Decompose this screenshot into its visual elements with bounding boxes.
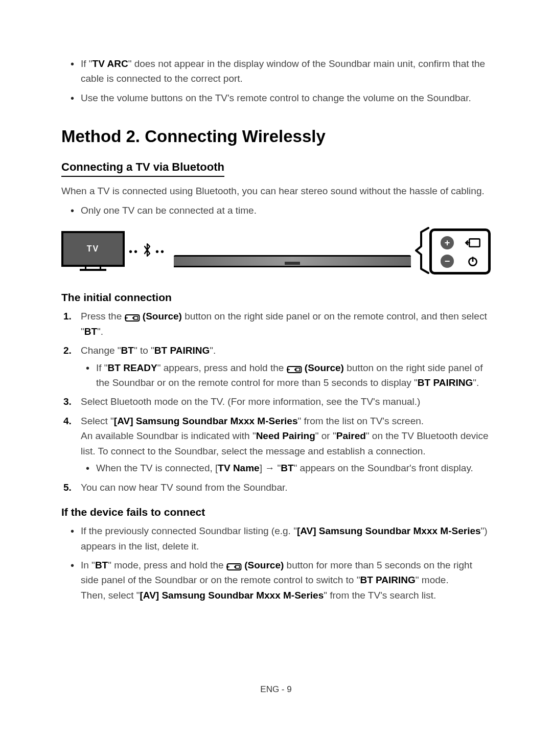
text: Change " <box>81 345 121 356</box>
step-2-sublist: If "BT READY" appears, press and hold th… <box>81 360 491 391</box>
text: If " <box>81 58 93 69</box>
text: " does not appear in the display window … <box>81 58 485 84</box>
text: Select " <box>81 416 114 426</box>
bold-text: Need Pairing <box>256 430 315 441</box>
bold-text: BT PAIRING <box>154 345 210 356</box>
text: You can now hear TV sound from the Sound… <box>81 482 288 493</box>
soundbar-body <box>174 255 411 267</box>
volume-down-button-icon: − <box>438 254 456 269</box>
text: " from the TV's search list. <box>324 590 436 601</box>
volume-up-button-icon: + <box>438 235 456 250</box>
step-4-sublist: When the TV is connected, [TV Name] → "B… <box>81 461 491 475</box>
heading-method-2: Method 2. Connecting Wirelessly <box>61 127 491 146</box>
page-content: If "TV ARC" does not appear in the displ… <box>0 0 552 725</box>
page-number: ENG - 9 <box>61 684 491 695</box>
text: An available Soundbar is indicated with … <box>81 430 256 441</box>
text: " mode. <box>416 575 449 585</box>
steps-list: Press the (Source) button on the right s… <box>61 309 491 495</box>
bold-text: [AV] Samsung Soundbar Mxxx M-Series <box>114 416 298 426</box>
bluetooth-indicator: •• •• <box>129 243 166 261</box>
text: " appears, press and hold the <box>157 362 287 373</box>
soundbar-illustration <box>174 255 411 268</box>
heading-connecting-bt: Connecting a TV via Bluetooth <box>61 161 224 177</box>
text: button on the right side panel or on the… <box>81 311 487 336</box>
intro-note-item: Only one TV can be connected at a time. <box>81 203 491 218</box>
pre-note-item: If "TV ARC" does not appear in the displ… <box>81 56 491 86</box>
bold-text: Paired <box>336 430 366 441</box>
bold-text: TV ARC <box>93 58 128 69</box>
dots: •• <box>155 246 166 258</box>
heading-fails-to-connect: If the device fails to connect <box>61 506 491 518</box>
step-1: Press the (Source) button on the right s… <box>73 309 491 339</box>
intro-notes-list: Only one TV can be connected at a time. <box>61 203 491 218</box>
text: Select Bluetooth mode on the TV. (For mo… <box>81 396 420 407</box>
bold-text: (Source) <box>143 311 182 322</box>
bold-text: BT PAIRING <box>418 377 473 388</box>
bold-text: [AV] Samsung Soundbar Mxxx M-Series <box>297 525 481 536</box>
source-icon <box>125 312 140 321</box>
bold-text: BT <box>84 326 97 337</box>
bold-text: BT <box>95 560 108 570</box>
text: If " <box>96 362 108 373</box>
step-5: You can now hear TV sound from the Sound… <box>73 480 491 495</box>
step-2: Change "BT" to "BT PAIRING". If "BT READ… <box>73 343 491 390</box>
bold-text: BT <box>121 345 134 356</box>
tv-illustration: TV <box>61 231 125 272</box>
connection-diagram: TV •• •• + − <box>61 227 491 276</box>
text: ". <box>210 345 216 356</box>
text: " appears on the Soundbar's front displa… <box>294 463 473 473</box>
bracket-icon <box>415 227 429 276</box>
text: In " <box>81 560 95 570</box>
tv-label: TV <box>87 244 99 254</box>
fail-item-2: In "BT" mode, press and hold the (Source… <box>81 558 491 603</box>
text: Press the <box>81 311 125 322</box>
step-3: Select Bluetooth mode on the TV. (For mo… <box>73 394 491 409</box>
heading-initial-connection: The initial connection <box>61 291 491 304</box>
bold-text: TV Name <box>218 463 259 473</box>
pre-note-item: Use the volume buttons on the TV's remot… <box>81 90 491 105</box>
tv-screen: TV <box>61 231 125 267</box>
text: " to " <box>134 345 154 356</box>
text: " from the list on TV's screen. <box>298 416 424 426</box>
source-icon <box>287 363 302 373</box>
bold-text: [AV] Samsung Soundbar Mxxx M-Series <box>140 590 324 601</box>
text: When the TV is connected, [ <box>96 463 218 473</box>
power-button-icon <box>464 254 482 269</box>
text: If the previously connected Soundbar lis… <box>81 525 297 536</box>
pre-notes-list: If "TV ARC" does not appear in the displ… <box>61 56 491 105</box>
remote-buttons-illustration: + − <box>429 228 491 274</box>
source-button-icon <box>464 236 481 249</box>
dots: •• <box>129 246 139 258</box>
bold-text: BT <box>281 463 293 473</box>
bluetooth-icon <box>143 243 152 261</box>
tv-stand <box>80 268 106 271</box>
text: " mode, press and hold the <box>108 560 226 570</box>
step-2-subitem: If "BT READY" appears, press and hold th… <box>96 360 491 391</box>
text: ". <box>97 326 103 337</box>
step-4-subitem: When the TV is connected, [TV Name] → "B… <box>96 461 491 475</box>
bold-text: BT PAIRING <box>360 575 415 585</box>
text: ". <box>473 377 479 388</box>
text: Use the volume buttons on the TV's remot… <box>81 93 471 103</box>
text: " or " <box>315 430 336 441</box>
fail-item-1: If the previously connected Soundbar lis… <box>81 523 491 554</box>
fail-list: If the previously connected Soundbar lis… <box>61 523 491 603</box>
text: Then, select " <box>81 590 140 601</box>
bold-text: BT READY <box>108 362 157 373</box>
step-4: Select "[AV] Samsung Soundbar Mxxx M-Ser… <box>73 414 491 476</box>
intro-paragraph: When a TV is connected using Bluetooth, … <box>61 184 491 199</box>
bold-text: (Source) <box>305 362 344 373</box>
bold-text: (Source) <box>244 560 284 570</box>
text: ] → " <box>260 463 281 473</box>
source-icon <box>226 561 242 570</box>
text: Only one TV can be connected at a time. <box>81 205 257 216</box>
